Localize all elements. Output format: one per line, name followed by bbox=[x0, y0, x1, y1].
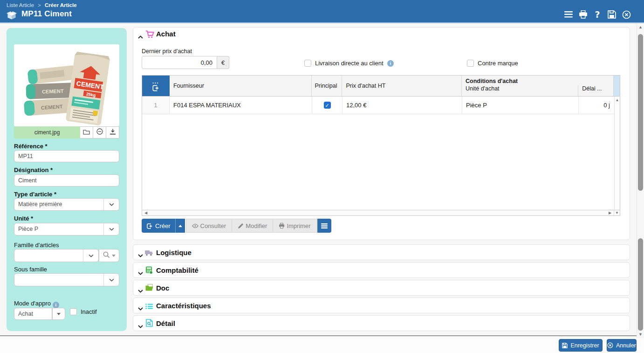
toolbar-menu-button[interactable] bbox=[317, 219, 331, 233]
chevron-down-icon[interactable] bbox=[138, 251, 143, 259]
type-article-value: Matière première bbox=[18, 201, 62, 208]
mode-appro-dropdown-button[interactable] bbox=[52, 308, 65, 320]
chevron-down-icon bbox=[83, 249, 98, 262]
article-box-icon bbox=[6, 10, 17, 20]
principal-checkbox[interactable]: ✓ bbox=[324, 102, 331, 109]
unite-label: Unité * bbox=[14, 215, 33, 222]
list-icon bbox=[145, 303, 153, 311]
table-row[interactable]: 1 F014 ESPA MATERIAUX ✓ 12,00 € Pièce P … bbox=[142, 97, 614, 114]
help-icon[interactable]: ? bbox=[593, 10, 602, 19]
unite-select[interactable]: Pièce P bbox=[14, 223, 119, 235]
header-scrollbar-spacer bbox=[614, 76, 620, 96]
scrollbar-thumb-upper[interactable] bbox=[638, 34, 643, 191]
chevron-down-icon[interactable] bbox=[138, 322, 143, 330]
close-icon[interactable] bbox=[622, 10, 631, 19]
caret-down-icon bbox=[57, 313, 61, 315]
collapse-achat-chevron-up-icon[interactable] bbox=[138, 32, 143, 41]
col-fournisseur[interactable]: Fournisseur bbox=[170, 76, 312, 96]
chevron-down-icon[interactable] bbox=[138, 304, 143, 312]
article-identity-panel: CEMENT CEMENT bbox=[7, 28, 127, 331]
section-detail[interactable]: Détail bbox=[133, 315, 630, 331]
type-article-label: Type d'article * bbox=[14, 191, 56, 198]
add-row-header-button[interactable]: ... bbox=[142, 76, 170, 96]
annuler-button[interactable]: Annuler bbox=[607, 339, 637, 352]
section-logistique[interactable]: Logistique bbox=[133, 244, 630, 260]
livraison-checkbox[interactable] bbox=[304, 60, 311, 67]
breadcrumb-parent-link[interactable]: Liste Article bbox=[7, 2, 34, 8]
app-header: Liste Article > Créer Article MP11 Cimen… bbox=[0, 0, 644, 23]
create-icon bbox=[146, 222, 153, 229]
scroll-right-icon[interactable]: ▶ bbox=[606, 210, 614, 215]
col-unite-achat[interactable]: Unité d'achat bbox=[462, 85, 578, 97]
cell-unite: Pièce P bbox=[462, 97, 579, 114]
doc-title: Doc bbox=[156, 284, 169, 292]
remove-photo-button[interactable] bbox=[93, 126, 106, 138]
famille-search-button[interactable] bbox=[99, 249, 119, 262]
cancel-circle-icon bbox=[607, 342, 613, 348]
mode-appro-label: Mode d'appro i bbox=[14, 300, 59, 308]
section-caracteristiques[interactable]: Caractéristiques bbox=[133, 298, 630, 313]
famille-select[interactable] bbox=[14, 249, 99, 262]
scrollbar-thumb-lower[interactable] bbox=[638, 238, 643, 331]
info-icon[interactable]: i bbox=[53, 302, 59, 308]
scroll-up-icon[interactable]: ▲ bbox=[616, 98, 619, 102]
type-article-select[interactable]: Matière première bbox=[14, 198, 119, 211]
mode-appro-field[interactable]: Achat bbox=[14, 308, 52, 320]
eye-icon bbox=[192, 224, 199, 228]
save-icon[interactable] bbox=[607, 10, 617, 19]
cell-principal: ✓ bbox=[312, 97, 343, 114]
imprimer-label: Imprimer bbox=[287, 222, 310, 229]
inactif-checkbox[interactable] bbox=[70, 308, 77, 315]
scroll-up-icon[interactable]: ▲ bbox=[637, 25, 644, 29]
livraison-label: Livraison directe au client bbox=[315, 60, 384, 67]
col-delai[interactable]: Délai ... bbox=[578, 85, 613, 97]
print-icon[interactable] bbox=[578, 10, 588, 19]
menu-icon[interactable] bbox=[564, 10, 573, 19]
scroll-down-icon[interactable]: ▼ bbox=[614, 210, 620, 215]
scroll-down-icon[interactable]: ▼ bbox=[637, 332, 644, 337]
folder-icon bbox=[83, 128, 90, 137]
fournisseurs-table: ... Fournisseur Principal Prix d'achat H… bbox=[142, 75, 620, 216]
modifier-label: Modifier bbox=[246, 222, 267, 229]
page-scrollbar[interactable]: ▲ ▼ bbox=[637, 23, 644, 338]
more-options-icon: ... bbox=[152, 80, 159, 83]
header-actions: ? bbox=[564, 9, 631, 20]
table-header: ... Fournisseur Principal Prix d'achat H… bbox=[142, 76, 620, 97]
chevron-down-icon[interactable] bbox=[138, 269, 143, 277]
reference-field[interactable] bbox=[14, 150, 119, 162]
creer-button[interactable]: Créer bbox=[142, 219, 175, 233]
consulter-button[interactable]: Consulter bbox=[186, 219, 233, 233]
table-vertical-scrollbar[interactable]: ▲ bbox=[614, 97, 620, 210]
col-principal[interactable]: Principal bbox=[312, 76, 342, 96]
download-photo-button[interactable] bbox=[106, 126, 119, 138]
inactif-label: Inactif bbox=[81, 308, 97, 315]
famille-label: Famille d'articles bbox=[14, 242, 59, 249]
col-prix[interactable]: Prix d'achat HT bbox=[342, 76, 462, 96]
logistique-title: Logistique bbox=[156, 249, 192, 256]
browse-file-button[interactable] bbox=[80, 126, 93, 138]
sous-famille-select[interactable] bbox=[14, 273, 119, 286]
imprimer-button[interactable]: Imprimer bbox=[273, 219, 316, 233]
contremarque-checkbox-row: Contre marque bbox=[467, 60, 518, 67]
truck-icon bbox=[145, 249, 153, 258]
achat-title: Achat bbox=[156, 30, 176, 38]
dernier-prix-label: Dernier prix d'achat bbox=[142, 48, 192, 55]
modifier-button[interactable]: Modifier bbox=[232, 219, 273, 233]
search-icon bbox=[103, 251, 110, 260]
designation-field[interactable] bbox=[14, 174, 119, 187]
chevron-down-icon[interactable] bbox=[138, 286, 143, 295]
creer-dropdown-button[interactable] bbox=[175, 219, 185, 233]
pencil-icon bbox=[238, 223, 244, 229]
enregistrer-button[interactable]: Enregistrer bbox=[559, 339, 603, 352]
table-horizontal-scrollbar[interactable]: ◀ ▶ ▼ bbox=[142, 210, 620, 215]
download-icon bbox=[110, 128, 116, 137]
section-doc[interactable]: Doc bbox=[133, 280, 630, 296]
table-toolbar: Créer Consulter Modifier bbox=[142, 219, 331, 233]
col-group-conditions: Conditions d'achat Unité d'achat Délai .… bbox=[462, 76, 614, 96]
contremarque-checkbox[interactable] bbox=[467, 60, 474, 67]
table-body: 1 F014 ESPA MATERIAUX ✓ 12,00 € Pièce P … bbox=[142, 97, 620, 210]
scroll-left-icon[interactable]: ◀ bbox=[142, 210, 150, 215]
info-icon[interactable]: i bbox=[387, 60, 394, 67]
section-comptabilite[interactable]: Comptabilité bbox=[133, 262, 630, 278]
dernier-prix-field[interactable] bbox=[142, 56, 217, 69]
